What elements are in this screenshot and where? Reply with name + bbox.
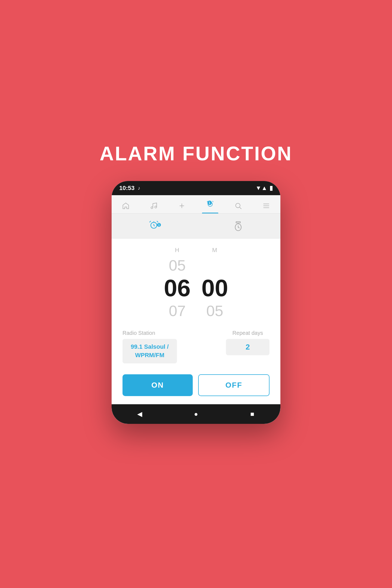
sub-tab-timer[interactable]	[196, 214, 280, 238]
recent-button[interactable]: ■	[247, 409, 258, 419]
radio-station-button[interactable]: 99.1 Salsoul /WPRM/FM	[122, 339, 177, 363]
time-picker: H 05 06 07 M 00 00 05	[122, 247, 270, 319]
music-icon: ♪	[138, 185, 140, 191]
nav-item-music[interactable]	[146, 200, 162, 213]
main-content: H 05 06 07 M 00 00 05 Radio Station 99.1…	[112, 238, 280, 404]
status-bar: 10:53 ♪ ▼▲ ▮	[112, 181, 280, 195]
nav-item-search[interactable]	[230, 200, 246, 213]
svg-line-6	[240, 207, 241, 209]
alarm-settings: Radio Station 99.1 Salsoul /WPRM/FM Repe…	[122, 330, 270, 363]
minutes-label: M	[212, 247, 217, 254]
bottom-nav: ◀ ● ■	[112, 404, 280, 424]
page-title: ALARM FUNCTION	[100, 142, 292, 165]
sub-tab-alarm-badge: 1	[157, 223, 161, 227]
sub-tab-alarm[interactable]: 1	[112, 214, 196, 238]
phone-shell: 10:53 ♪ ▼▲ ▮	[112, 181, 280, 424]
radio-station-group: Radio Station 99.1 Salsoul /WPRM/FM	[122, 330, 177, 363]
alarm-badge: 1	[207, 201, 212, 205]
nav-item-alarm[interactable]: 1	[202, 198, 218, 213]
home-button[interactable]: ●	[191, 409, 201, 419]
nav-item-add[interactable]	[174, 200, 190, 213]
status-left: 10:53 ♪	[119, 185, 140, 192]
minutes-next: 05	[206, 302, 223, 319]
status-right: ▼▲ ▮	[255, 185, 273, 192]
wifi-icon: ▼▲	[255, 185, 267, 192]
hours-next: 07	[169, 302, 186, 319]
action-buttons: ON OFF	[122, 374, 270, 396]
svg-rect-11	[236, 222, 240, 223]
sub-tabs: 1	[112, 214, 280, 238]
svg-point-0	[151, 207, 153, 209]
radio-station-label: Radio Station	[122, 330, 155, 336]
repeat-days-button[interactable]: 2	[226, 339, 270, 355]
nav-item-menu[interactable]	[258, 200, 274, 213]
on-button[interactable]: ON	[122, 374, 193, 396]
status-time: 10:53	[119, 185, 134, 192]
repeat-days-group: Repeat days 2	[226, 330, 270, 355]
minutes-column: M 00 00 05	[201, 247, 228, 319]
hours-prev: 05	[169, 257, 186, 274]
hours-current: 06	[164, 275, 191, 301]
nav-item-home[interactable]	[118, 200, 134, 213]
top-nav: 1	[112, 195, 280, 214]
hours-label: H	[175, 247, 180, 254]
minutes-current: 00	[201, 275, 228, 301]
battery-icon: ▮	[270, 185, 273, 192]
svg-point-5	[236, 203, 240, 208]
back-button[interactable]: ◀	[134, 409, 145, 419]
svg-point-1	[155, 206, 157, 208]
repeat-days-label: Repeat days	[232, 330, 263, 336]
hours-column: H 05 06 07	[164, 247, 191, 319]
off-button[interactable]: OFF	[198, 374, 270, 396]
